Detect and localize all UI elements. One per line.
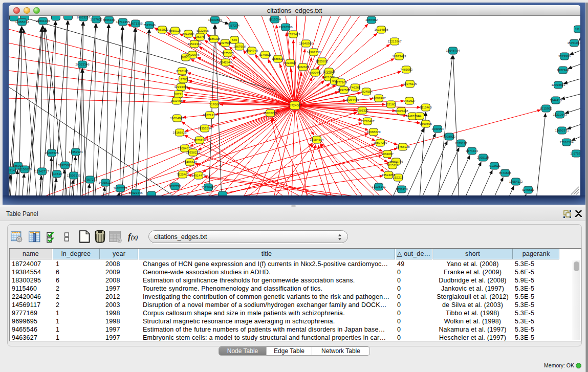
svg-text:9657791: 9657791: [169, 184, 181, 188]
svg-text:7663822: 7663822: [156, 28, 168, 31]
svg-text:16154808: 16154808: [374, 28, 388, 31]
svg-text:8186328: 8186328: [208, 37, 220, 40]
svg-text:7625402: 7625402: [177, 172, 189, 176]
svg-text:44: 44: [418, 114, 422, 118]
svg-text:3914: 3914: [9, 168, 15, 172]
svg-text:2718126: 2718126: [176, 69, 188, 73]
svg-text:10719155: 10719155: [116, 20, 130, 24]
svg-text:12923446: 12923446: [128, 191, 143, 194]
svg-text:9474444: 9474444: [466, 149, 478, 152]
svg-text:18640910: 18640910: [299, 41, 313, 45]
svg-text:1440954: 1440954: [431, 127, 444, 130]
svg-text:252214: 252214: [393, 176, 404, 179]
svg-text:114519: 114519: [52, 172, 62, 176]
svg-text:10654112: 10654112: [509, 180, 523, 183]
svg-text:10807487: 10807487: [372, 96, 386, 100]
svg-text:39975887: 39975887: [58, 163, 72, 167]
svg-text:18731: 18731: [175, 92, 184, 96]
svg-text:98901: 98901: [182, 55, 191, 59]
svg-text:317006: 317006: [209, 102, 220, 106]
svg-text:8322037: 8322037: [284, 61, 296, 64]
svg-text:16543362: 16543362: [187, 42, 202, 46]
svg-text:9329966: 9329966: [558, 54, 571, 58]
svg-text:8938923: 8938923: [443, 135, 455, 138]
svg-text:8912954: 8912954: [182, 32, 194, 35]
svg-text:14055712: 14055712: [15, 20, 29, 24]
svg-text:2935114: 2935114: [477, 156, 489, 159]
svg-text:12213967: 12213967: [387, 39, 402, 43]
svg-text:19166825: 19166825: [172, 130, 187, 134]
svg-text:9699695: 9699695: [420, 122, 432, 125]
svg-text:8454749: 8454749: [246, 49, 258, 52]
svg-text:8660124: 8660124: [169, 29, 181, 32]
svg-text:1733426: 1733426: [396, 187, 408, 191]
svg-text:9084067: 9084067: [381, 152, 394, 156]
svg-text:10688629: 10688629: [366, 130, 381, 134]
svg-text:7357274: 7357274: [227, 24, 239, 27]
svg-text:1588520: 1588520: [272, 57, 284, 60]
svg-text:1421022: 1421022: [322, 75, 335, 79]
svg-text:9794028: 9794028: [323, 70, 335, 73]
svg-text:546: 546: [232, 38, 237, 41]
svg-text:19218506: 19218506: [278, 25, 293, 29]
svg-text:6497568: 6497568: [338, 88, 350, 92]
svg-text:14961758: 14961758: [307, 50, 321, 54]
svg-text:15302273: 15302273: [263, 111, 277, 115]
svg-text:17004670: 17004670: [178, 146, 192, 150]
svg-text:16648784: 16648784: [446, 49, 460, 52]
svg-text:62160: 62160: [387, 102, 396, 106]
svg-text:14914479: 14914479: [191, 173, 206, 177]
svg-text:17016504: 17016504: [559, 140, 574, 144]
svg-text:8990443: 8990443: [309, 71, 321, 74]
svg-text:10853257: 10853257: [76, 16, 91, 19]
svg-text:10320746: 10320746: [389, 160, 403, 163]
svg-text:13505135: 13505135: [67, 173, 81, 177]
svg-text:12375115: 12375115: [403, 82, 417, 85]
svg-text:15720407: 15720407: [360, 119, 375, 123]
svg-text:9115460: 9115460: [420, 105, 432, 109]
svg-text:1610755: 1610755: [170, 99, 183, 102]
svg-text:12093822: 12093822: [551, 83, 565, 86]
svg-text:20206525: 20206525: [45, 151, 59, 155]
svg-text:14938222: 14938222: [186, 150, 200, 154]
svg-text:1112: 1112: [575, 27, 580, 31]
svg-text:9327508: 9327508: [219, 41, 231, 45]
svg-text:7955812: 7955812: [316, 59, 328, 63]
svg-text:9227342: 9227342: [557, 68, 569, 72]
svg-text:10671355: 10671355: [128, 21, 143, 25]
svg-text:12213369: 12213369: [174, 85, 188, 89]
svg-text:19384554: 19384554: [310, 138, 324, 141]
svg-text:10025438: 10025438: [394, 109, 408, 113]
svg-text:1362615: 1362615: [297, 65, 309, 69]
svg-text:15716485: 15716485: [201, 185, 215, 189]
svg-text:9777169: 9777169: [335, 80, 347, 84]
svg-text:17359924: 17359924: [69, 150, 83, 154]
svg-text:13409948: 13409948: [183, 160, 197, 164]
svg-text:15751074: 15751074: [567, 41, 580, 45]
svg-text:19756928: 19756928: [396, 145, 410, 148]
svg-text:2087682: 2087682: [365, 18, 378, 21]
svg-text:15692971: 15692971: [555, 128, 569, 132]
svg-text:185001: 185001: [13, 164, 24, 167]
svg-text:3024554: 3024554: [360, 90, 373, 93]
svg-text:1244415: 1244415: [550, 98, 562, 102]
svg-text:32671310: 32671310: [203, 113, 217, 117]
svg-text:17957273: 17957273: [83, 178, 97, 181]
svg-text:9242843: 9242843: [220, 60, 232, 64]
svg-text:1615112: 1615112: [386, 163, 399, 167]
svg-text:16033809: 16033809: [208, 18, 222, 21]
svg-text:6879197: 6879197: [455, 141, 467, 145]
svg-text:5878312: 5878312: [193, 138, 206, 142]
svg-text:14353594: 14353594: [198, 126, 212, 130]
svg-text:20364436: 20364436: [345, 98, 359, 101]
svg-text:9146821: 9146821: [259, 53, 271, 56]
svg-text:8471676: 8471676: [499, 171, 511, 174]
svg-text:10973493: 10973493: [392, 54, 406, 58]
svg-text:7485063: 7485063: [400, 68, 412, 71]
svg-text:18807249: 18807249: [373, 141, 387, 144]
svg-text:16210643: 16210643: [553, 113, 567, 116]
svg-text:1527602: 1527602: [90, 17, 102, 21]
svg-text:20691406: 20691406: [36, 19, 50, 23]
svg-text:6466160: 6466160: [103, 18, 115, 21]
svg-text:20053346: 20053346: [75, 62, 90, 66]
